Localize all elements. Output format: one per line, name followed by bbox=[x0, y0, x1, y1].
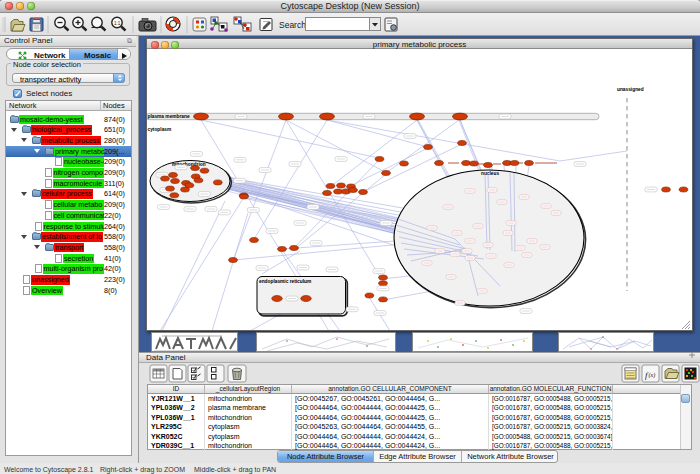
svg-text:plasma membrane: plasma membrane bbox=[148, 114, 190, 119]
svg-text:Search:: Search: bbox=[279, 20, 308, 30]
svg-text:1:1: 1:1 bbox=[114, 21, 121, 26]
svg-text:nucleus: nucleus bbox=[481, 171, 499, 176]
svg-text:endoplasmic reticulum: endoplasmic reticulum bbox=[259, 279, 311, 284]
svg-text:cytoplasm: cytoplasm bbox=[148, 127, 172, 132]
svg-text:(x): (x) bbox=[649, 372, 656, 379]
svg-text:unassigned: unassigned bbox=[617, 87, 644, 92]
